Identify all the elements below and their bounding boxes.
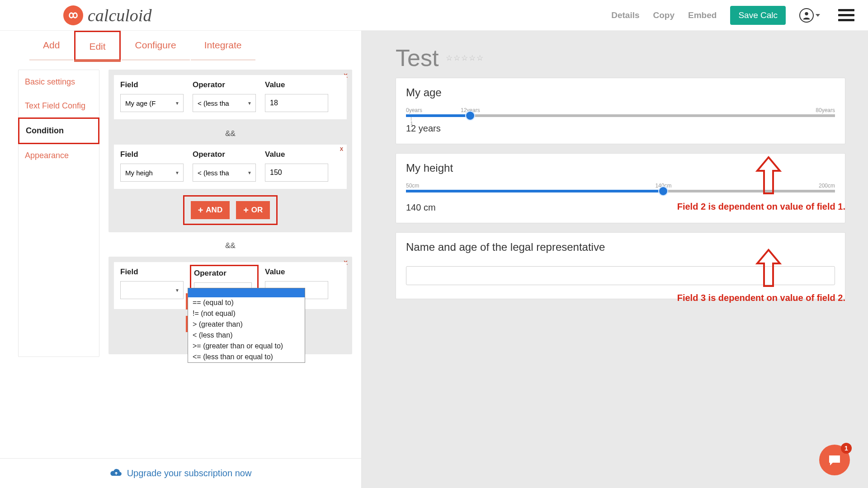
dropdown-item-ge[interactable]: >= (greater than or equal to) [188,341,305,352]
svg-point-0 [805,12,808,15]
copy-link[interactable]: Copy [653,10,675,20]
field-label: Field [120,80,184,89]
value-input-2[interactable] [265,164,328,182]
chat-badge: 1 [841,443,852,454]
and-or-buttons: +AND +OR [183,195,278,225]
star-icon: ☆ [453,53,460,63]
side-appearance[interactable]: Appearance [19,144,99,168]
field-select-1[interactable]: My age (F [120,94,184,112]
upgrade-text: Upgrade your subscription now [127,468,252,479]
preview-title-row: Test ☆ ☆ ☆ ☆ ☆ [396,44,845,71]
slider-thumb[interactable] [465,111,475,121]
slider-max: 80years [816,107,835,113]
and-separator: && [108,235,352,257]
preview-title: Test [396,44,439,71]
operator-label: Operator [193,80,256,89]
arrow-up-icon [755,248,782,288]
arrow-up-icon [755,155,782,196]
side-textfield[interactable]: Text Field Config [19,94,99,118]
tab-integrate[interactable]: Integrate [191,31,255,61]
slider-value: 12 years [406,123,835,134]
slider-min: 50cm [406,183,419,189]
side-condition[interactable]: Condition [18,117,99,144]
left-panel: Add Edit Configure Integrate Basic setti… [0,31,362,488]
value-label: Value [265,150,328,159]
dropdown-item-eq[interactable]: == (equal to) [188,297,305,308]
operator-dropdown-list: == (equal to) != (not equal) > (greater … [188,288,305,363]
field-label: Field [120,267,184,277]
and-button[interactable]: +AND [191,201,230,219]
star-icon: ☆ [469,53,476,63]
condition-row-3: Field Operator [114,262,347,309]
condition-row-1: Field My age (F Operator < (less tha Val… [114,75,347,119]
annotation-2: Field 3 is dependent on value of field 2… [677,293,845,303]
operator-label: Operator [193,150,256,159]
condition-group-1: X Field My age (F Operator < (less tha [108,70,352,232]
field-select-2[interactable]: My heigh [120,164,184,182]
conditions-area: X Field My age (F Operator < (less tha [108,70,352,357]
preview-panel: Test ☆ ☆ ☆ ☆ ☆ My age 0years 12years 80y… [362,31,868,488]
menu-button[interactable] [838,9,854,21]
user-menu[interactable] [799,8,820,23]
avatar-icon [799,8,814,23]
logo[interactable]: calculoid [63,5,151,25]
operator-select-2[interactable]: < (less tha [193,164,256,182]
field-label: Field [120,150,184,159]
value-input-1[interactable] [265,94,328,112]
dropdown-item-blank[interactable] [188,288,305,297]
tab-edit[interactable]: Edit [74,31,120,61]
brand-name: calculoid [88,5,151,25]
slider-tick-label: 1 [410,121,413,126]
tab-add[interactable]: Add [29,31,73,61]
dropdown-item-ne[interactable]: != (not equal) [188,308,305,319]
annotation-1: Field 2 is dependent on value of field 1… [677,202,845,212]
plus-icon: + [198,206,203,215]
logo-icon [63,5,83,25]
card-title: My age [406,86,835,99]
dropdown-item-le[interactable]: <= (less than or equal to) [188,352,305,362]
save-button[interactable]: Save Calc [730,6,786,25]
star-icon: ☆ [461,53,468,63]
embed-link[interactable]: Embed [688,10,717,20]
chat-button[interactable]: 1 [819,445,850,475]
value-label: Value [265,80,328,89]
operator-dropdown-highlight: Operator == (equal to) != (not equal) > … [190,265,259,305]
main: Add Edit Configure Integrate Basic setti… [0,31,868,488]
condition-group-2: X Field Operator [108,257,352,354]
field-select-3[interactable] [120,281,184,299]
tabs: Add Edit Configure Integrate [0,31,361,61]
operator-select-1[interactable]: < (less tha [193,94,256,112]
side-basic[interactable]: Basic settings [19,70,99,94]
plus-icon: + [243,206,249,215]
value-label: Value [265,267,328,277]
details-link[interactable]: Details [611,10,639,20]
and-separator: && [114,123,347,145]
slider-max: 200cm [819,183,835,189]
cloud-upload-icon [110,468,123,479]
rating-stars[interactable]: ☆ ☆ ☆ ☆ ☆ [446,53,483,63]
or-button[interactable]: +OR [236,201,270,219]
slider-age[interactable]: 1 [406,114,835,117]
dropdown-item-gt[interactable]: > (greater than) [188,319,305,330]
star-icon: ☆ [446,53,453,63]
chevron-down-icon [816,14,820,17]
upgrade-bar[interactable]: Upgrade your subscription now [0,458,361,488]
operator-label: Operator [194,269,255,278]
star-icon: ☆ [476,53,483,63]
close-icon[interactable]: X [340,146,343,152]
dropdown-item-lt[interactable]: < (less than) [188,330,305,341]
slider-thumb[interactable] [658,186,668,196]
tab-configure[interactable]: Configure [122,31,190,61]
side-menu: Basic settings Text Field Config Conditi… [18,70,99,357]
slider-min: 0years [406,107,422,113]
condition-row-2: X Field My heigh Operator < (less tha [114,145,347,189]
topbar: calculoid Details Copy Embed Save Calc [0,0,868,31]
card-age: My age 0years 12years 80years 1 12 years [396,78,845,144]
